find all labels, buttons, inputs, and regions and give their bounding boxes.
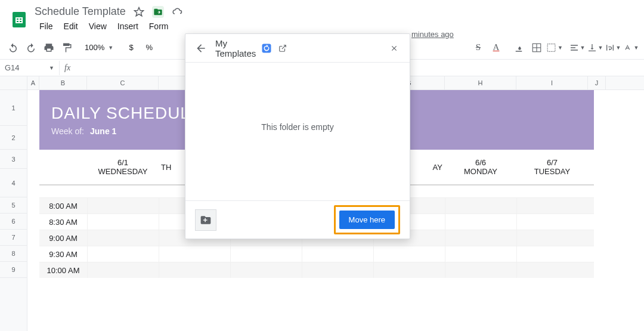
popover-footer: Move here	[185, 200, 410, 239]
chevron-down-icon: ▼	[108, 45, 113, 51]
time-cell: 9:30 AM	[39, 250, 87, 259]
text-rotation-icon[interactable]: ▼	[623, 39, 639, 56]
empty-folder-message: This folder is empty	[261, 122, 333, 132]
row-header-1[interactable]: 1	[0, 90, 27, 126]
menu-format[interactable]: Form	[144, 19, 174, 33]
day-col-mon: 6/6MONDAY	[445, 150, 516, 184]
format-currency-button[interactable]: $	[123, 39, 140, 56]
move-here-button[interactable]: Move here	[339, 211, 395, 229]
title-block: Schedule Template File Edit View Insert …	[35, 5, 183, 33]
redo-icon[interactable]	[23, 39, 39, 56]
move-file-popover: My Templates This folder is empty Move h…	[185, 33, 410, 239]
popover-body: This folder is empty	[185, 63, 410, 200]
move-here-highlight: Move here	[334, 205, 400, 234]
chevron-down-icon: ▼	[616, 45, 621, 51]
day-col-tue: 6/7TUESDAY	[516, 150, 588, 184]
vertical-align-icon[interactable]: ▼	[587, 39, 603, 56]
row-header-6[interactable]: 6	[0, 214, 27, 230]
row-header-5[interactable]: 5	[0, 197, 27, 214]
menu-file[interactable]: File	[35, 19, 58, 33]
menu-insert[interactable]: Insert	[113, 19, 143, 33]
undo-icon[interactable]	[5, 39, 21, 56]
star-icon[interactable]	[133, 6, 145, 18]
col-header-c[interactable]: C	[87, 76, 159, 89]
chevron-down-icon: ▼	[558, 45, 563, 51]
refresh-icon[interactable]	[261, 42, 273, 54]
zoom-value: 100%	[85, 43, 104, 52]
time-cell: 8:00 AM	[39, 202, 87, 211]
row-header-9[interactable]: 9	[0, 262, 27, 278]
svg-rect-5	[18, 17, 20, 23]
zoom-dropdown[interactable]: 100%▼	[81, 43, 117, 52]
popover-title: My Templates	[215, 38, 256, 58]
text-wrap-icon[interactable]: ▼	[605, 39, 621, 56]
svg-rect-11	[547, 44, 555, 51]
open-in-new-icon[interactable]	[277, 43, 288, 54]
text-color-icon[interactable]: A	[488, 39, 504, 56]
chevron-down-icon: ▼	[580, 45, 586, 51]
time-row[interactable]: 9:30 AM	[39, 246, 594, 262]
chevron-down-icon: ▼	[634, 45, 639, 51]
title-bar: Schedule Template File Edit View Insert …	[0, 0, 644, 33]
col-header-a[interactable]: A	[27, 76, 39, 89]
chevron-down-icon: ▼	[598, 45, 603, 51]
day-col-wed: 6/1WEDNESDAY	[87, 150, 159, 184]
horizontal-align-icon[interactable]: ▼	[569, 39, 586, 56]
time-cell: 9:00 AM	[39, 234, 87, 243]
row-headers: 1 2 3 4 5 6 7 8 9	[0, 76, 27, 331]
time-cell: 8:30 AM	[39, 218, 87, 227]
svg-rect-4	[16, 17, 17, 23]
time-row[interactable]: 10:00 AM	[39, 262, 594, 278]
time-cell: 10:00 AM	[39, 266, 87, 275]
col-header-b[interactable]: B	[39, 76, 87, 89]
row-header-8[interactable]: 8	[0, 246, 27, 262]
borders-icon[interactable]	[528, 39, 545, 56]
select-all-corner[interactable]	[0, 76, 27, 90]
menu-edit[interactable]: Edit	[59, 19, 83, 33]
menu-bar: File Edit View Insert Form	[35, 18, 183, 33]
strikethrough-icon[interactable]: S	[470, 39, 487, 56]
chevron-down-icon: ▼	[49, 65, 54, 71]
svg-rect-6	[21, 17, 23, 23]
svg-marker-7	[134, 7, 143, 16]
format-percent-button[interactable]: %	[141, 39, 157, 56]
menu-view[interactable]: View	[84, 19, 112, 33]
col-header-j[interactable]: J	[588, 76, 606, 89]
print-icon[interactable]	[41, 39, 57, 56]
name-box[interactable]: G14▼	[0, 61, 60, 75]
popover-header: My Templates	[185, 34, 410, 63]
col-header-i[interactable]: I	[516, 76, 588, 89]
fx-icon: fx	[60, 63, 75, 73]
doc-title-row: Schedule Template	[35, 5, 183, 18]
last-edit-info[interactable]: minutes ago	[411, 30, 454, 39]
back-icon[interactable]	[191, 39, 210, 58]
merge-cells-icon[interactable]: ▼	[546, 39, 563, 56]
row-header-2[interactable]: 2	[0, 126, 27, 150]
col-header-h[interactable]: H	[445, 76, 516, 89]
document-title[interactable]: Schedule Template	[35, 5, 126, 18]
close-icon[interactable]	[385, 39, 404, 58]
row-header-3[interactable]: 3	[0, 150, 27, 169]
new-folder-button[interactable]	[195, 209, 216, 231]
sheets-logo-icon	[10, 10, 29, 29]
row-header-4[interactable]: 4	[0, 169, 27, 197]
move-to-folder-icon[interactable]	[152, 6, 164, 18]
cloud-status-icon[interactable]	[171, 6, 183, 18]
fill-color-icon[interactable]	[510, 39, 527, 56]
row-header-7[interactable]: 7	[0, 230, 27, 246]
paint-format-icon[interactable]	[58, 39, 75, 56]
